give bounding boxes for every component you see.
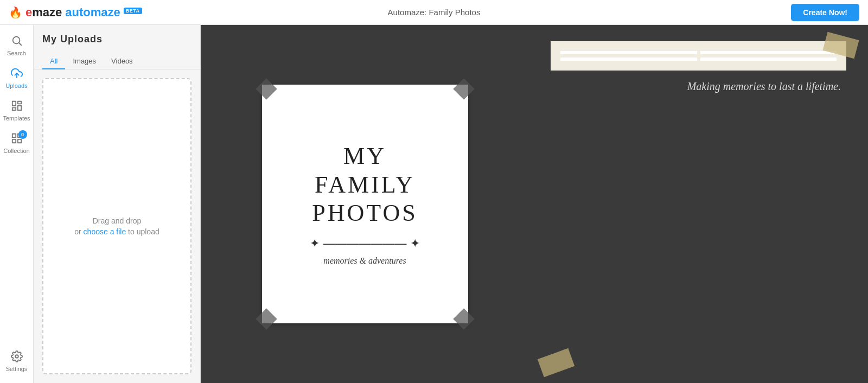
panel-header: My Uploads xyxy=(34,25,200,49)
svg-rect-3 xyxy=(12,101,15,106)
svg-point-11 xyxy=(15,355,18,358)
tape-decoration-bottom xyxy=(538,348,575,377)
templates-icon xyxy=(11,100,23,113)
canvas-area: MY FAMILY PHOTOS ✦ ——————— ✦ memories & … xyxy=(201,25,868,383)
sidebar-item-templates-label: Templates xyxy=(3,115,30,122)
uploads-panel: My Uploads All Images Videos Drag and dr… xyxy=(34,25,201,383)
corner-top-right xyxy=(453,78,475,100)
upload-icon xyxy=(11,67,23,80)
create-now-button[interactable]: Create Now! xyxy=(791,4,859,21)
choose-file-link[interactable]: choose a file xyxy=(84,227,126,236)
to-upload-label: to upload xyxy=(128,227,159,236)
photo-1 xyxy=(560,51,697,54)
panel-title: My Uploads xyxy=(42,34,192,45)
sidebar-item-collection-label: Collection xyxy=(3,148,29,154)
sidebar-item-uploads-label: Uploads xyxy=(5,82,27,89)
sidebar-item-settings-label: Settings xyxy=(6,366,28,372)
scrapbook: MY FAMILY PHOTOS ✦ ——————— ✦ memories & … xyxy=(201,25,868,383)
left-page: MY FAMILY PHOTOS ✦ ——————— ✦ memories & … xyxy=(201,25,529,383)
photo-2 xyxy=(700,51,837,54)
corner-top-left xyxy=(256,78,277,100)
card-title: MY FAMILY PHOTOS xyxy=(312,142,417,228)
collection-badge: 0 xyxy=(18,130,27,139)
sidebar-item-search[interactable]: Search xyxy=(0,29,33,62)
logo-automaze: automaze xyxy=(65,5,120,20)
logo-emaze: emaze xyxy=(25,5,62,20)
photo-row-bottom xyxy=(560,58,837,61)
logo-beta: BETA xyxy=(124,8,142,14)
sidebar-item-uploads[interactable]: Uploads xyxy=(0,62,33,94)
page-caption: Making memories to last a lifetime. xyxy=(551,76,846,93)
photo-frame xyxy=(551,41,846,71)
logo-area: 🔥 emaze automaze BETA xyxy=(9,5,142,20)
photo-4 xyxy=(700,58,837,61)
photos-collage xyxy=(560,51,837,61)
card-title-line3: PHOTOS xyxy=(312,200,417,226)
photo-3 xyxy=(560,58,697,61)
topbar: 🔥 emaze automaze BETA Automaze: Family P… xyxy=(0,0,868,25)
panel-tabs: All Images Videos xyxy=(34,49,200,69)
svg-point-0 xyxy=(12,37,20,44)
sidebar-item-settings[interactable]: Settings xyxy=(4,345,30,378)
upload-or-text: or choose a file to upload xyxy=(74,227,159,236)
collection-icon-wrapper: 0 xyxy=(11,132,23,145)
title-card: MY FAMILY PHOTOS ✦ ——————— ✦ memories & … xyxy=(262,85,468,323)
main-layout: Search Uploads Templates 0 xyxy=(0,25,868,383)
tab-videos[interactable]: Videos xyxy=(104,54,141,69)
svg-rect-5 xyxy=(17,106,21,110)
svg-rect-9 xyxy=(12,139,15,143)
sidebar-item-templates[interactable]: Templates xyxy=(0,94,33,127)
or-label: or xyxy=(74,227,81,236)
search-icon xyxy=(11,35,23,48)
settings-icon xyxy=(11,350,23,363)
sidebar-item-collection[interactable]: 0 Collection xyxy=(0,127,33,159)
logo-flame: 🔥 xyxy=(9,6,22,19)
drag-drop-text: Drag and drop xyxy=(93,216,142,225)
right-page: Making memories to last a lifetime. xyxy=(529,25,868,383)
sidebar-item-search-label: Search xyxy=(7,50,26,56)
tab-all[interactable]: All xyxy=(42,54,65,69)
svg-rect-7 xyxy=(12,134,15,137)
sidebar-bottom: Settings xyxy=(4,345,30,378)
card-title-line1: MY xyxy=(343,143,386,169)
upload-dropzone[interactable]: Drag and drop or choose a file to upload xyxy=(42,78,192,374)
corner-bottom-right xyxy=(453,308,475,330)
page-title: Automaze: Family Photos xyxy=(388,8,481,17)
svg-line-1 xyxy=(19,43,21,45)
svg-rect-4 xyxy=(17,101,21,104)
card-subtitle: memories & adventures xyxy=(323,256,406,266)
svg-rect-10 xyxy=(17,139,21,143)
card-divider: ✦ ——————— ✦ xyxy=(310,237,419,251)
sidebar: Search Uploads Templates 0 xyxy=(0,25,34,383)
tab-images[interactable]: Images xyxy=(65,54,104,69)
card-title-line2: FAMILY xyxy=(315,171,415,198)
corner-bottom-left xyxy=(256,308,277,330)
photo-row-top xyxy=(560,51,837,54)
svg-rect-6 xyxy=(12,108,15,111)
